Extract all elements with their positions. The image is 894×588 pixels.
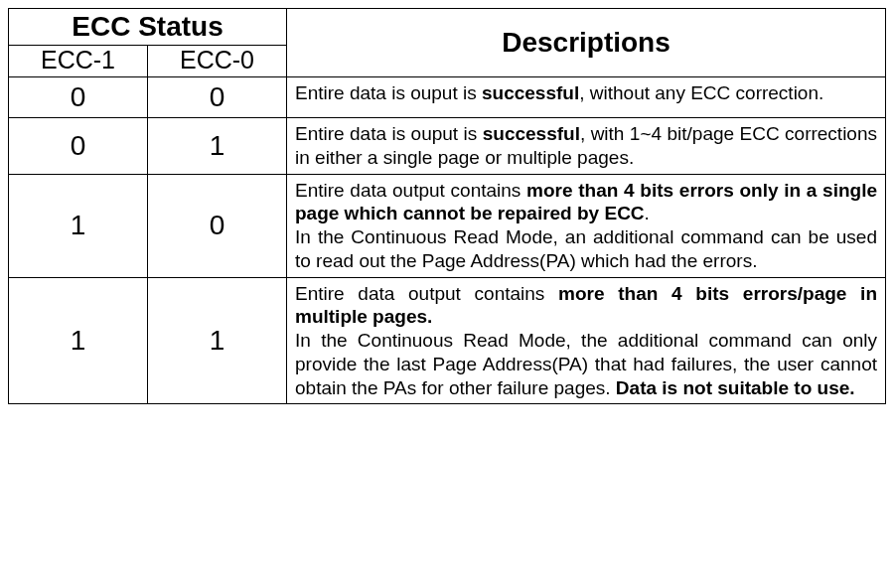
table-row: 11Entire data output contains more than …	[9, 277, 886, 404]
header-ecc-status: ECC Status	[9, 9, 287, 46]
desc-text: Entire data is ouput is	[295, 123, 483, 144]
cell-ecc1: 1	[9, 174, 148, 277]
desc-bold-text: Data is not suitable to use.	[616, 377, 855, 398]
cell-ecc0: 1	[148, 118, 287, 175]
desc-text: .	[645, 203, 650, 223]
desc-text: Entire data is ouput is	[295, 82, 482, 103]
header-ecc1: ECC-1	[9, 46, 148, 77]
table-row: 01Entire data is ouput is successful, wi…	[9, 118, 886, 175]
cell-description: Entire data output contains more than 4 …	[287, 277, 886, 404]
table-body: 00Entire data is ouput is successful, wi…	[9, 77, 886, 404]
desc-text: Entire data output contains	[295, 283, 558, 304]
ecc-status-table: ECC Status Descriptions ECC-1 ECC-0 00En…	[8, 8, 886, 404]
cell-ecc1: 0	[9, 77, 148, 118]
desc-text: Entire data output contains	[295, 180, 526, 201]
header-descriptions: Descriptions	[287, 9, 886, 77]
table-row: 10Entire data output contains more than …	[9, 174, 886, 277]
cell-ecc0: 0	[148, 77, 287, 118]
desc-bold-text: successful	[483, 123, 580, 144]
cell-description: Entire data output contains more than 4 …	[287, 174, 886, 277]
cell-ecc0: 1	[148, 277, 287, 404]
desc-text: , without any ECC correction.	[579, 82, 823, 103]
cell-description: Entire data is ouput is successful, with…	[287, 77, 886, 118]
cell-ecc1: 0	[9, 118, 148, 175]
table-row: 00Entire data is ouput is successful, wi…	[9, 77, 886, 118]
header-ecc0: ECC-0	[148, 46, 287, 77]
desc-text: In the Continuous Read Mode, an addition…	[295, 226, 877, 271]
cell-ecc0: 0	[148, 174, 287, 277]
desc-bold-text: successful	[482, 82, 579, 103]
cell-description: Entire data is ouput is successful, with…	[287, 118, 886, 175]
cell-ecc1: 1	[9, 277, 148, 404]
